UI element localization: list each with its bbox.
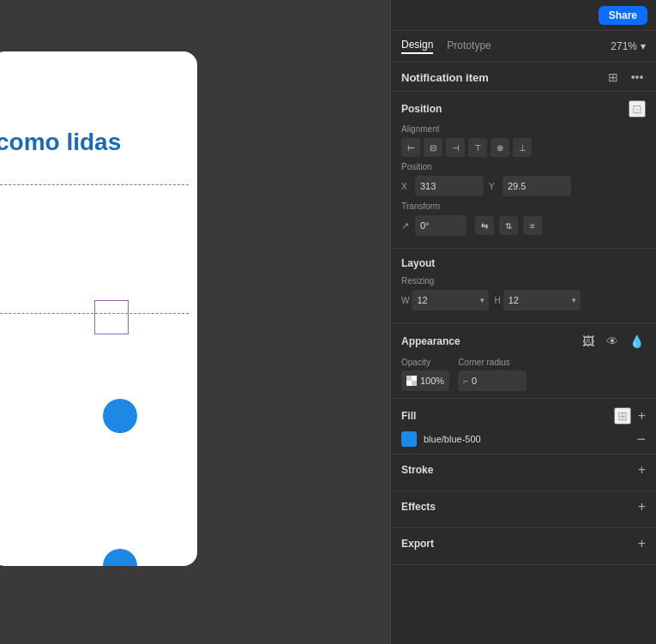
effects-section: Effects +: [391, 491, 656, 528]
more-icon[interactable]: •••: [629, 69, 646, 86]
fill-header: Fill ⊞ +: [401, 407, 646, 424]
corner-value: 0: [472, 376, 477, 386]
fill-actions: ⊞ +: [614, 407, 646, 424]
appearance-section: Appearance 🖼 👁 💧 Opacity: [391, 323, 656, 399]
svg-rect-2: [412, 376, 417, 381]
rotation-wrap: ↗: [401, 215, 466, 236]
alignment-label: Alignment: [401, 124, 646, 134]
alignment-buttons: ⊢ ⊟ ⊣ ⊤ ⊕ ⊥: [401, 138, 646, 157]
more-transform-icon[interactable]: ≡: [523, 216, 542, 235]
width-select-wrap: W 12: [401, 290, 489, 310]
circle-blue-bottom: [103, 549, 137, 566]
y-prefix: Y: [489, 182, 499, 191]
svg-rect-0: [406, 376, 412, 381]
fill-grid-icon[interactable]: ⊞: [614, 407, 631, 424]
zoom-value: 271%: [611, 40, 637, 52]
position-section: Position ⊡ Alignment ⊢ ⊟ ⊣ ⊤ ⊕ ⊥ Positio…: [391, 92, 656, 249]
layout-title: Layout: [401, 257, 435, 269]
align-bottom-btn[interactable]: ⊥: [513, 138, 532, 157]
corner-radius-label: Corner radius: [458, 358, 527, 367]
component-header: Notification item ⊞ •••: [391, 62, 656, 92]
grid-icon[interactable]: ⊞: [605, 69, 622, 86]
effects-title: Effects: [401, 501, 436, 513]
position-title: Position: [401, 103, 442, 115]
x-prefix: X: [401, 182, 412, 191]
x-input-wrap: X: [401, 176, 484, 196]
opacity-swatch-icon: [406, 376, 417, 386]
dotted-line-bottom: [0, 313, 189, 314]
resizing-row: W 12 H 12: [401, 290, 646, 310]
width-select[interactable]: 12: [412, 290, 489, 310]
tab-design[interactable]: Design: [401, 39, 433, 54]
x-input[interactable]: [415, 176, 484, 196]
appearance-image-icon[interactable]: 🖼: [579, 332, 598, 351]
appearance-title: Appearance: [401, 335, 460, 347]
height-select-wrap: H 12: [494, 290, 580, 310]
svg-rect-3: [406, 381, 412, 386]
position-xy-row: X Y: [401, 176, 646, 196]
height-select[interactable]: 12: [503, 290, 581, 310]
circle-blue: [103, 399, 137, 433]
export-title: Export: [401, 538, 434, 550]
position-label: Position: [401, 162, 646, 172]
right-panel: Share Design Prototype 271% ▾ Notificati…: [390, 0, 656, 644]
rotation-input[interactable]: [415, 215, 466, 236]
w-label: W: [401, 296, 409, 305]
layout-section: Layout Resizing W 12 H 12: [391, 249, 656, 323]
h-label: H: [494, 296, 500, 305]
appearance-drop-icon[interactable]: 💧: [627, 332, 646, 351]
position-collapse-icon[interactable]: ⊡: [629, 100, 646, 117]
tab-bar: Design Prototype 271% ▾: [391, 31, 656, 62]
svg-rect-1: [412, 381, 417, 386]
component-name: Notification item: [401, 71, 489, 84]
fill-add-btn[interactable]: +: [638, 409, 646, 423]
stroke-section: Stroke +: [391, 454, 656, 491]
flip-h-icon[interactable]: ⇆: [475, 216, 494, 235]
corner-icon: ⌐: [463, 376, 468, 386]
zoom-chevron-icon: ▾: [641, 40, 646, 52]
rotation-icon: ↗: [401, 220, 412, 232]
stroke-add-btn[interactable]: +: [638, 463, 646, 477]
stroke-header: Stroke +: [401, 463, 646, 477]
y-input-wrap: Y: [489, 176, 571, 196]
fill-color-swatch[interactable]: [401, 431, 417, 447]
flip-v-icon[interactable]: ⇅: [499, 216, 518, 235]
align-top-btn[interactable]: ⊤: [468, 138, 487, 157]
top-bar: Share: [391, 0, 656, 31]
opacity-value: 100%: [420, 376, 444, 386]
corner-input[interactable]: ⌐ 0: [458, 370, 527, 391]
appearance-action-icons: 🖼 👁 💧: [579, 332, 646, 351]
resizing-label: Resizing: [401, 276, 646, 286]
align-left-btn[interactable]: ⊢: [401, 138, 420, 157]
layout-header: Layout: [401, 257, 646, 269]
transform-label: Transform: [401, 202, 646, 211]
stroke-title: Stroke: [401, 464, 433, 476]
fill-title: Fill: [401, 410, 416, 422]
position-header: Position ⊡: [401, 100, 646, 117]
export-header: Export +: [401, 537, 646, 551]
corner-col: Corner radius ⌐ 0: [458, 358, 527, 391]
y-input[interactable]: [503, 176, 571, 196]
opacity-col: Opacity 100%: [401, 358, 449, 391]
fill-remove-btn[interactable]: −: [636, 431, 646, 447]
zoom-control[interactable]: 271% ▾: [611, 40, 646, 52]
transform-row: ↗ ⇆ ⇅ ≡: [401, 215, 646, 236]
export-section: Export +: [391, 528, 656, 565]
fill-section: Fill ⊞ + blue/blue-500 −: [391, 399, 656, 454]
panel-content: Position ⊡ Alignment ⊢ ⊟ ⊣ ⊤ ⊕ ⊥ Positio…: [391, 92, 656, 644]
opacity-input[interactable]: 100%: [401, 370, 449, 391]
effects-add-btn[interactable]: +: [638, 500, 646, 514]
opacity-corner-row: Opacity 100% Corner radius ⌐: [401, 358, 646, 391]
align-right-btn[interactable]: ⊣: [446, 138, 465, 157]
appearance-eye-icon[interactable]: 👁: [603, 332, 622, 351]
selection-box[interactable]: [94, 300, 129, 334]
align-center-h-btn[interactable]: ⊟: [424, 138, 442, 157]
canvas-frame: como lidas: [0, 51, 197, 566]
canvas-text: como lidas: [0, 129, 121, 156]
share-button[interactable]: Share: [599, 6, 647, 25]
fill-item: blue/blue-500 −: [401, 431, 646, 447]
tab-prototype[interactable]: Prototype: [447, 39, 490, 53]
align-center-v-btn[interactable]: ⊕: [490, 138, 509, 157]
dotted-line-top: [0, 184, 189, 185]
export-add-btn[interactable]: +: [638, 537, 646, 551]
